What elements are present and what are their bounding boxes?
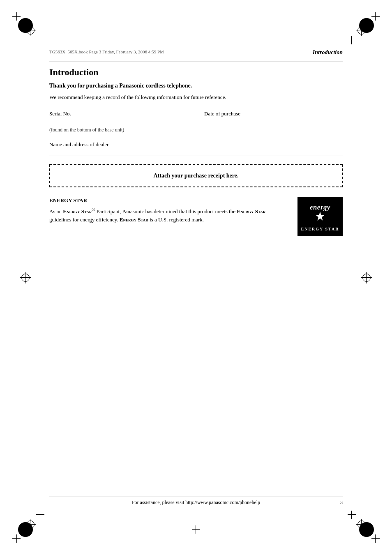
reg-mark-right — [361, 272, 372, 283]
content-area: TG563X_565X.book Page 3 Friday, February… — [49, 49, 343, 506]
energy-body-mid2: guidelines for energy efficiency. — [49, 216, 120, 223]
name-address-field: Name and address of dealer — [49, 141, 343, 156]
energy-body-mid: Participant, Panasonic has determined th… — [95, 208, 237, 214]
inner-cross-tl — [36, 36, 44, 44]
serial-label: Serial No. — [49, 111, 188, 117]
energy-body: As an Energy Star® Participant, Panasoni… — [49, 206, 288, 223]
page-number: 3 — [340, 500, 343, 506]
page: TG563X_565X.book Page 3 Friday, February… — [0, 0, 392, 555]
receipt-box: Attach your purchase receipt here. — [49, 164, 343, 187]
serial-field: Serial No. (found on the bottom of the b… — [49, 111, 204, 138]
inner-cross-bl — [36, 511, 44, 519]
energy-text-block: ENERGY STAR As an Energy Star® Participa… — [49, 197, 288, 223]
file-info: TG563X_565X.book Page 3 Friday, February… — [49, 49, 164, 54]
svg-text:energy: energy — [310, 203, 330, 211]
serial-sublabel: (found on the bottom of the base unit) — [49, 127, 188, 133]
energy-star-section: ENERGY STAR As an Energy Star® Participa… — [49, 197, 343, 236]
energy-star-name3: Energy Star — [120, 216, 148, 223]
top-rule — [49, 61, 343, 62]
name-address-line — [49, 149, 343, 156]
footer-text: For assistance, please visit http://www.… — [132, 500, 260, 506]
energy-title: ENERGY STAR — [49, 197, 288, 204]
energy-star-name1: Energy Star — [63, 208, 92, 214]
reg-mark-bl — [25, 519, 36, 530]
energy-body-prefix: As an — [49, 208, 63, 214]
svg-marker-1 — [316, 212, 325, 221]
reg-mark-left — [20, 272, 31, 283]
reg-mark-br — [356, 519, 367, 530]
energy-body-suffix: is a U.S. registered mark. — [148, 216, 204, 223]
header: TG563X_565X.book Page 3 Friday, February… — [49, 49, 343, 58]
receipt-text: Attach your purchase receipt here. — [154, 173, 239, 179]
energy-logo: energy ENERGY STAR — [297, 197, 343, 236]
date-line — [204, 118, 343, 125]
serial-line — [49, 118, 188, 125]
subtitle: Thank you for purchasing a Panasonic cor… — [49, 83, 343, 89]
bottom-center-cross — [192, 525, 200, 534]
energy-star-svg: energy — [308, 202, 332, 227]
section-header-title: Introduction — [313, 49, 343, 56]
date-label: Date of purchase — [204, 111, 343, 117]
reg-mark-tr — [356, 25, 367, 36]
name-address-label: Name and address of dealer — [49, 141, 343, 148]
footer: For assistance, please visit http://www.… — [49, 497, 343, 506]
energy-star-name2: Energy Star — [237, 208, 265, 214]
fields-row: Serial No. (found on the bottom of the b… — [49, 111, 343, 138]
reg-mark-tl — [25, 25, 36, 36]
inner-cross-br — [348, 511, 356, 519]
inner-cross-tr — [348, 36, 356, 44]
page-title: Introduction — [49, 67, 343, 78]
intro-text: We recommend keeping a record of the fol… — [49, 94, 343, 101]
date-field: Date of purchase — [204, 111, 343, 138]
energy-star-logo-text: ENERGY STAR — [301, 227, 339, 231]
